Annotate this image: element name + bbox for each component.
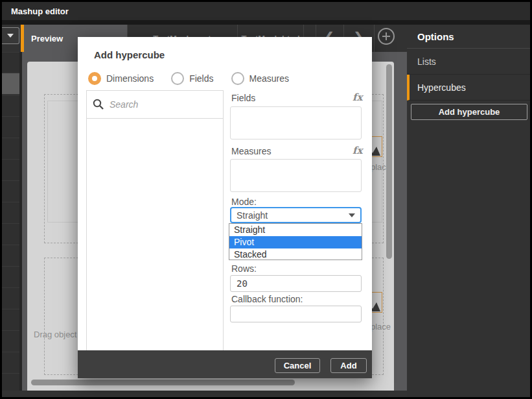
- mode-select-value: Straight: [237, 210, 268, 221]
- search-icon: [93, 99, 104, 110]
- rail-item[interactable]: [2, 245, 19, 266]
- options-panel: Options Lists Hypercubes Add hypercube: [407, 25, 530, 397]
- fx-expression-icon[interactable]: fx: [353, 91, 362, 103]
- add-hypercube-button[interactable]: Add hypercube: [411, 104, 527, 120]
- radio-group: Dimensions Fields Measures: [88, 71, 289, 86]
- mode-label: Mode:: [231, 197, 257, 207]
- mode-option-pivot[interactable]: Pivot: [229, 236, 362, 248]
- file-menu-button[interactable]: [2, 27, 19, 44]
- cancel-button[interactable]: Cancel: [275, 358, 320, 373]
- mode-option-list: Straight Pivot Stacked: [229, 223, 362, 260]
- dimension-list: [86, 90, 224, 350]
- radio-measures-label: Measures: [249, 73, 289, 84]
- measures-label: Measures: [231, 146, 271, 156]
- rail-item[interactable]: [2, 116, 19, 138]
- add-button[interactable]: Add: [330, 358, 367, 373]
- rail-item[interactable]: [2, 202, 19, 223]
- rail-item-selected[interactable]: [2, 73, 19, 94]
- horizontal-scrollbar[interactable]: [31, 380, 295, 385]
- dialog-title: Add hypercube: [94, 49, 165, 60]
- fx-expression-icon[interactable]: fx: [353, 145, 362, 156]
- rail-item[interactable]: [2, 52, 19, 73]
- mode-option-straight[interactable]: Straight: [229, 224, 362, 236]
- rail-item[interactable]: [2, 330, 19, 352]
- mode-select[interactable]: Straight: [230, 207, 362, 223]
- vertical-scrollbar[interactable]: [386, 64, 392, 259]
- measures-textarea[interactable]: [230, 159, 362, 192]
- rows-label: Rows:: [231, 263, 257, 274]
- panel-item-hypercubes[interactable]: Hypercubes: [407, 75, 530, 101]
- rail-item[interactable]: [2, 159, 19, 180]
- radio-fields[interactable]: [171, 72, 184, 85]
- fields-label: Fields: [231, 93, 255, 103]
- rail-item[interactable]: [2, 95, 19, 116]
- rail-item[interactable]: [2, 223, 19, 245]
- left-rail: [2, 52, 19, 397]
- preview-bottom-strip: [2, 391, 407, 397]
- callback-input[interactable]: [230, 306, 362, 322]
- search-bar: [87, 91, 223, 119]
- search-input[interactable]: [110, 99, 213, 110]
- caret-down-icon: [7, 34, 14, 38]
- panel-item-lists[interactable]: Lists: [407, 49, 530, 75]
- tab-preview-label: Preview: [31, 34, 63, 43]
- rail-item[interactable]: [2, 180, 19, 202]
- rail-item[interactable]: [2, 309, 19, 330]
- app-title: Mashup editor: [11, 6, 69, 16]
- title-bar-divider: [2, 20, 530, 25]
- rail-item[interactable]: [2, 138, 19, 159]
- tab-separator: [374, 25, 375, 52]
- fields-textarea[interactable]: [230, 106, 362, 139]
- rail-item[interactable]: [2, 352, 19, 373]
- title-bar: Mashup editor: [2, 2, 530, 20]
- panel-item-hypercubes-label: Hypercubes: [417, 82, 466, 93]
- add-tab-plus-icon[interactable]: [378, 28, 395, 45]
- mode-option-stacked[interactable]: Stacked: [229, 248, 362, 261]
- dialog-footer: Cancel Add: [78, 350, 372, 378]
- rail-item[interactable]: [2, 266, 19, 287]
- radio-measures[interactable]: [231, 72, 244, 85]
- rows-input[interactable]: [230, 275, 362, 292]
- radio-dimensions-label: Dimensions: [106, 73, 154, 84]
- options-header: Options: [407, 25, 530, 49]
- radio-dimensions[interactable]: [88, 72, 101, 85]
- callback-label: Callback function:: [231, 294, 303, 304]
- add-hypercube-dialog: Add hypercube Dimensions Fields Measures…: [78, 37, 372, 378]
- radio-fields-label: Fields: [189, 73, 213, 84]
- panel-item-lists-label: Lists: [417, 56, 436, 67]
- options-header-label: Options: [417, 31, 454, 42]
- rail-item[interactable]: [2, 287, 19, 309]
- chevron-down-icon: [349, 213, 355, 217]
